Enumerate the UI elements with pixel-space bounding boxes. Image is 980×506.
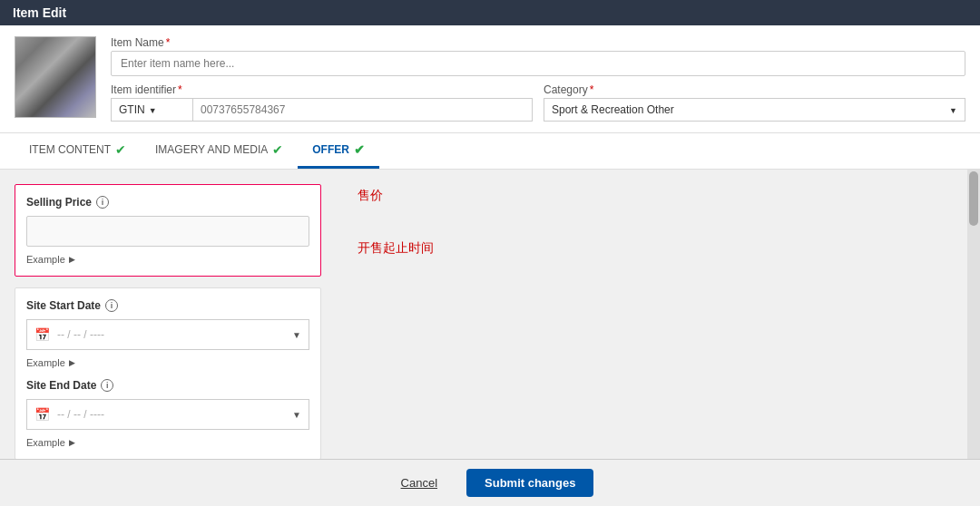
identifier-value-input[interactable] — [192, 98, 533, 122]
site-end-date-label: Site End Date i — [26, 379, 309, 392]
site-end-date-example[interactable]: Example ▶ — [26, 437, 309, 448]
site-dates-section: Site Start Date i 📅 -- / -- / ---- ▼ Exa… — [15, 287, 321, 459]
page-title: Item Edit — [13, 5, 66, 20]
site-start-date-chevron: ▼ — [292, 330, 301, 340]
page-header: Item Edit — [0, 0, 980, 25]
site-start-date-annotation: 开售起止时间 — [358, 240, 946, 257]
selling-price-example-label: Example — [26, 254, 65, 265]
tab-item-content-label: ITEM CONTENT — [29, 143, 111, 156]
site-end-date-cal-icon: 📅 — [34, 407, 50, 422]
site-start-date-example-arrow: ▶ — [69, 358, 75, 367]
tab-offer-label: OFFER — [312, 143, 349, 156]
tab-imagery-media-check: ✔ — [272, 142, 283, 157]
selling-price-example[interactable]: Example ▶ — [26, 254, 309, 265]
footer: Cancel Submit changes — [0, 459, 980, 506]
identifier-type-value: GTIN — [119, 103, 145, 116]
site-start-date-value: -- / -- / ---- — [57, 328, 285, 341]
site-end-date-chevron: ▼ — [292, 410, 301, 420]
identifier-group: GTIN — [111, 98, 533, 122]
site-start-date-example[interactable]: Example ▶ — [26, 357, 309, 368]
annotation-panel: 售价 开售起止时间 — [336, 170, 967, 459]
cancel-button[interactable]: Cancel — [387, 471, 452, 495]
selling-price-label: Selling Price i — [26, 196, 309, 209]
identifier-field: Item identifier* GTIN — [111, 83, 533, 122]
tab-offer-check: ✔ — [354, 142, 365, 157]
tab-imagery-media[interactable]: IMAGERY AND MEDIA ✔ — [141, 133, 298, 169]
site-start-date-label: Site Start Date i — [26, 299, 309, 312]
site-end-date-example-arrow: ▶ — [69, 438, 75, 447]
form-panel: Selling Price i Example ▶ Site Start Dat… — [0, 170, 336, 459]
tab-offer[interactable]: OFFER ✔ — [298, 133, 379, 169]
category-field: Category* Sport & Recreation Other — [544, 83, 965, 122]
selling-price-section: Selling Price i Example ▶ — [15, 184, 321, 277]
submit-button[interactable]: Submit changes — [466, 469, 593, 497]
tab-imagery-media-label: IMAGERY AND MEDIA — [155, 143, 268, 156]
site-end-date-example-label: Example — [26, 437, 65, 448]
category-chevron — [949, 103, 957, 116]
tab-item-content[interactable]: ITEM CONTENT ✔ — [15, 133, 141, 169]
item-name-label: Item Name* — [111, 36, 965, 49]
item-name-input[interactable] — [111, 51, 965, 76]
selling-price-info-icon[interactable]: i — [96, 196, 109, 209]
site-end-date-field: Site End Date i 📅 -- / -- / ---- ▼ Examp… — [26, 379, 309, 448]
site-end-date-info-icon[interactable]: i — [101, 379, 113, 392]
scrollbar[interactable] — [967, 170, 980, 459]
site-start-date-field: Site Start Date i 📅 -- / -- / ---- ▼ Exa… — [26, 299, 309, 368]
selling-price-annotation: 售价 — [358, 188, 946, 204]
site-start-date-dropdown[interactable]: 📅 -- / -- / ---- ▼ — [26, 319, 309, 350]
site-start-date-example-label: Example — [26, 357, 65, 368]
main-content: Selling Price i Example ▶ Site Start Dat… — [0, 170, 980, 459]
identifier-category-row: Item identifier* GTIN Category* Sport & … — [111, 83, 965, 122]
selling-price-example-arrow: ▶ — [69, 255, 75, 264]
site-end-date-value: -- / -- / ---- — [57, 408, 285, 421]
category-value: Sport & Recreation Other — [552, 103, 674, 116]
identifier-type-chevron — [149, 103, 157, 116]
item-info-section: Item Name* Item identifier* GTIN — [0, 25, 980, 133]
identifier-type-select[interactable]: GTIN — [111, 98, 192, 122]
scrollbar-thumb[interactable] — [969, 171, 978, 226]
item-fields: Item Name* Item identifier* GTIN — [111, 36, 965, 122]
item-name-field: Item Name* — [111, 36, 965, 76]
thumbnail-image — [15, 37, 95, 117]
site-end-date-dropdown[interactable]: 📅 -- / -- / ---- ▼ — [26, 399, 309, 430]
category-label: Category* — [544, 83, 965, 96]
identifier-label: Item identifier* — [111, 83, 533, 96]
selling-price-input[interactable] — [26, 216, 309, 247]
tab-item-content-check: ✔ — [115, 142, 126, 157]
category-select[interactable]: Sport & Recreation Other — [544, 98, 965, 122]
site-start-date-info-icon[interactable]: i — [105, 299, 118, 312]
item-thumbnail — [15, 36, 96, 118]
tabs-section: ITEM CONTENT ✔ IMAGERY AND MEDIA ✔ OFFER… — [0, 133, 980, 170]
site-start-date-cal-icon: 📅 — [34, 327, 50, 342]
